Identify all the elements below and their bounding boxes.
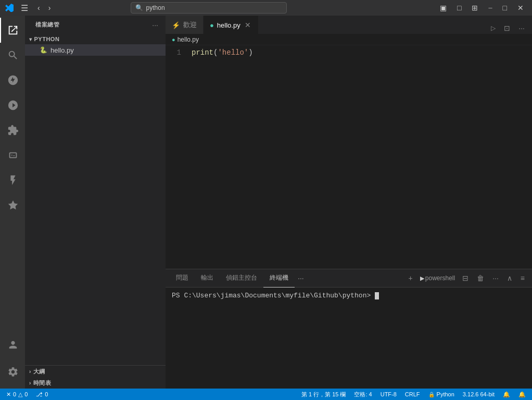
sidebar: 檔案總管 ··· ▾ PYTHON 🐍 hello.py › 大綱 › 時間表 — [25, 16, 166, 389]
encoding-text: UTF-8 — [381, 391, 397, 397]
vscode-logo-icon — [4, 3, 15, 13]
sidebar-header: 檔案總管 ··· — [25, 16, 166, 34]
bottom-panel: 問題 輸出 偵錯主控台 終端機 ··· + ▶ powershell — [166, 269, 532, 389]
status-errors[interactable]: ✕ 0 △ 0 — [4, 389, 30, 400]
search-bar[interactable]: 🔍 — [131, 2, 287, 14]
sidebar-title: 檔案總管 — [35, 21, 59, 29]
main-layout: 檔案總管 ··· ▾ PYTHON 🐍 hello.py › 大綱 › 時間表 — [0, 16, 532, 389]
layout2-button[interactable]: □ — [453, 3, 465, 13]
python-version-text: 3.12.6 64-bit — [463, 391, 495, 397]
terminal-content[interactable]: PS C:\Users\jimas\Documents\myfile\Githu… — [166, 288, 532, 389]
sidebar-header-actions: ··· — [151, 20, 159, 30]
python-file-icon: 🐍 — [40, 46, 47, 54]
maximize-panel-button[interactable]: ≡ — [517, 272, 528, 284]
close-button[interactable]: ✕ — [513, 3, 528, 13]
panel-more-button[interactable]: ··· — [489, 272, 502, 284]
collapse-panel-button[interactable]: ∧ — [504, 272, 515, 284]
split-editor-button[interactable]: ⊡ — [501, 22, 513, 34]
chevron-right-icon2: › — [29, 380, 31, 386]
status-line-ending[interactable]: CRLF — [403, 389, 422, 400]
panel-tab-problems[interactable]: 問題 — [170, 269, 195, 288]
string-literal: 'hello' — [218, 48, 248, 57]
activity-explorer-button[interactable] — [0, 18, 25, 43]
debug-tab-label: 偵錯主控台 — [226, 273, 257, 282]
menu-button[interactable]: ☰ — [19, 2, 30, 14]
terminal-prompt: PS C:\Users\jimas\Documents\myfile\Githu… — [172, 292, 375, 299]
problems-tab-label: 問題 — [176, 273, 188, 282]
spaces-text: 空格: 4 — [354, 391, 372, 398]
layout1-button[interactable]: ▣ — [436, 3, 451, 13]
activity-account-button[interactable] — [0, 332, 25, 357]
shell-indicator: ▶ powershell — [418, 274, 457, 282]
tab-close-button[interactable]: ✕ — [244, 20, 252, 30]
activity-extensions-button[interactable] — [0, 118, 25, 143]
split-terminal-button[interactable]: ⊟ — [459, 272, 472, 284]
outline-section-header[interactable]: › 大綱 — [25, 366, 166, 377]
activity-remote-button[interactable] — [0, 143, 25, 168]
activity-settings-button[interactable] — [0, 359, 25, 384]
sidebar-bottom-sections: › 大綱 › 時間表 — [25, 365, 166, 389]
panel-tabs: 問題 輸出 偵錯主控台 終端機 ··· + ▶ powershell — [166, 269, 532, 288]
activity-bar-top — [0, 18, 25, 332]
shell-label: powershell — [425, 274, 455, 282]
line-col-text: 第 1 行，第 15 欄 — [301, 391, 346, 398]
outline-label: 大綱 — [33, 368, 45, 376]
status-source-control[interactable]: ⎇ 0 — [34, 389, 50, 400]
bell-icon: 🔔 — [518, 391, 526, 398]
editor-area: ⚡ 歡迎 ● hello.py ✕ ▷ ⊡ ··· ● hello.py 1 — [166, 16, 532, 389]
timeline-section-header[interactable]: › 時間表 — [25, 377, 166, 389]
editor-scrollbar[interactable] — [525, 45, 532, 269]
editor-more-button[interactable]: ··· — [515, 22, 528, 34]
tab-hello-py[interactable]: ● hello.py ✕ — [204, 16, 259, 34]
status-language[interactable]: 🔒 Python — [426, 389, 457, 400]
activity-git-button[interactable] — [0, 68, 25, 93]
shell-icon: ▶ — [420, 275, 424, 282]
maximize-button[interactable]: □ — [499, 3, 511, 13]
line-numbers: 1 — [166, 45, 192, 269]
status-line-col[interactable]: 第 1 行，第 15 欄 — [299, 389, 348, 400]
file-item-hello-py[interactable]: 🐍 hello.py — [25, 44, 166, 56]
minimize-button[interactable]: ─ — [484, 4, 496, 12]
tab-hello-py-label: hello.py — [217, 21, 240, 29]
panel-tab-debug[interactable]: 偵錯主控台 — [220, 269, 263, 288]
tab-bar: ⚡ 歡迎 ● hello.py ✕ ▷ ⊡ ··· — [166, 16, 532, 34]
print-keyword: print — [192, 48, 213, 57]
activity-test-button[interactable] — [0, 168, 25, 193]
activity-bar — [0, 16, 25, 389]
new-terminal-button[interactable]: + — [406, 272, 416, 284]
timeline-label: 時間表 — [33, 379, 52, 387]
status-bell[interactable]: 🔔 — [516, 389, 528, 400]
run-split-button[interactable]: ▷ — [488, 23, 499, 33]
search-icon: 🔍 — [135, 4, 143, 11]
panel-tab-more[interactable]: ··· — [295, 274, 307, 282]
tab-welcome[interactable]: ⚡ 歡迎 — [166, 16, 204, 34]
status-bar-left: ✕ 0 △ 0 ⎇ 0 — [4, 389, 50, 400]
search-input[interactable] — [146, 4, 282, 11]
activity-run-button[interactable] — [0, 93, 25, 118]
kill-terminal-button[interactable]: 🗑 — [474, 272, 487, 284]
breadcrumb: ● hello.py — [166, 34, 532, 45]
line-ending-text: CRLF — [405, 391, 420, 397]
activity-search-button[interactable] — [0, 43, 25, 68]
status-encoding[interactable]: UTF-8 — [378, 389, 399, 400]
status-python-version[interactable]: 3.12.6 64-bit — [461, 389, 497, 400]
line-number-1: 1 — [166, 47, 181, 58]
nav-forward-button[interactable]: › — [45, 3, 54, 13]
panel-tab-terminal[interactable]: 終端機 — [263, 269, 295, 288]
code-content[interactable]: print('hello') — [192, 45, 525, 269]
hello-py-tab-icon: ● — [210, 21, 214, 29]
nav-back-button[interactable]: ‹ — [34, 3, 43, 13]
python-section: ▾ PYTHON 🐍 hello.py — [25, 34, 166, 56]
panel-tab-output[interactable]: 輸出 — [195, 269, 220, 288]
layout3-button[interactable]: ⊞ — [467, 3, 482, 13]
code-editor[interactable]: 1 print('hello') — [166, 45, 532, 269]
file-name-hello-py: hello.py — [50, 46, 74, 54]
python-section-header[interactable]: ▾ PYTHON — [25, 34, 166, 44]
activity-docker-button[interactable] — [0, 193, 25, 218]
status-feedback[interactable]: 🔔 — [501, 389, 512, 400]
status-spaces[interactable]: 空格: 4 — [352, 389, 374, 400]
status-bar: ✕ 0 △ 0 ⎇ 0 第 1 行，第 15 欄 空格: 4 UTF-8 CRL… — [0, 389, 532, 400]
language-icon: 🔒 — [428, 392, 435, 397]
sidebar-more-button[interactable]: ··· — [151, 20, 159, 30]
errors-icon: ✕ — [6, 391, 11, 398]
